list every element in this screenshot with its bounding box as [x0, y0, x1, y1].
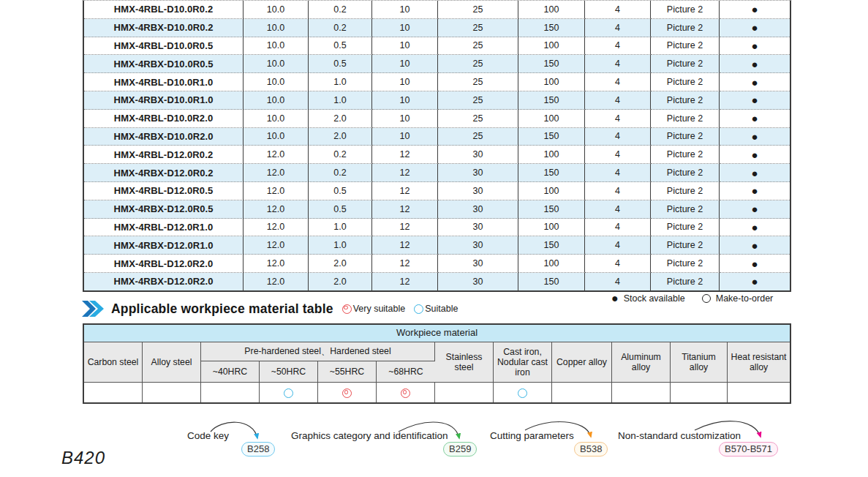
value-cell: 4: [585, 37, 651, 56]
stock-cell: ●: [720, 182, 790, 200]
value-cell: 25: [438, 1, 518, 19]
double-chevron-icon: [82, 301, 104, 317]
table-row: HMX-4RBX-D12.0R1.012.01.012301504Picture…: [84, 236, 790, 255]
value-cell: 4: [585, 110, 651, 128]
value-cell: 10: [372, 73, 438, 91]
value-cell: Picture 2: [651, 164, 720, 182]
model-cell: HMX-4RBL-D10.0R1.0: [84, 73, 244, 91]
stock-cell: ●: [720, 164, 790, 182]
header-stainless-steel: Stainless steel: [435, 342, 494, 383]
table-row: HMX-4RBX-D10.0R2.010.02.010251504Picture…: [84, 128, 790, 146]
suitable-legend: Suitable: [414, 304, 458, 314]
rating-cell: [260, 383, 318, 402]
value-cell: 10: [372, 19, 438, 37]
model-cell: HMX-4RBL-D12.0R0.5: [84, 182, 244, 200]
value-cell: 10.0: [244, 91, 309, 110]
value-cell: 0.5: [309, 55, 372, 73]
very-suitable-legend: Very suitable: [342, 304, 406, 314]
value-cell: Picture 2: [651, 1, 720, 19]
table-row: HMX-4RBL-D10.0R1.010.01.010251004Picture…: [84, 73, 790, 91]
model-cell: HMX-4RBL-D10.0R0.5: [84, 37, 244, 56]
rating-cell: [318, 383, 377, 402]
graphics-category-badge[interactable]: B259: [443, 442, 477, 457]
value-cell: 4: [585, 219, 651, 237]
material-ratings-row: [84, 383, 790, 402]
stock-cell: ●: [720, 255, 790, 273]
value-cell: 10.0: [244, 128, 309, 146]
make-to-order-icon: [702, 294, 711, 303]
value-cell: 25: [438, 55, 518, 73]
cutting-parameters-badge[interactable]: B538: [574, 442, 608, 457]
value-cell: 100: [518, 73, 585, 91]
value-cell: 150: [518, 236, 585, 255]
value-cell: 30: [438, 164, 518, 182]
table-row: HMX-4RBL-D10.0R2.010.02.010251004Picture…: [84, 110, 790, 128]
value-cell: 4: [585, 73, 651, 91]
value-cell: 10.0: [244, 55, 309, 73]
value-cell: Picture 2: [651, 110, 720, 128]
suitability-legend: Very suitable Suitable: [342, 304, 467, 314]
header-50hrc: ~50HRC: [260, 361, 318, 383]
stock-available-label: Stock available: [624, 293, 685, 304]
suitable-icon: [518, 388, 527, 398]
rating-cell: [201, 383, 260, 402]
model-cell: HMX-4RBX-D10.0R2.0: [84, 128, 244, 146]
table-row: HMX-4RBX-D10.0R0.510.00.510251504Picture…: [84, 55, 790, 73]
value-cell: 30: [438, 236, 518, 255]
header-aluminum-alloy: Aluminum alloy: [612, 342, 671, 383]
value-cell: 100: [518, 255, 585, 273]
model-table-body: HMX-4RBL-D10.0R0.210.00.210251004Picture…: [84, 1, 790, 290]
value-cell: 10.0: [244, 73, 309, 91]
value-cell: 12: [372, 146, 438, 164]
value-cell: Picture 2: [651, 200, 720, 219]
value-cell: 1.0: [309, 219, 372, 237]
rating-cell: [728, 383, 790, 402]
rating-cell: [494, 383, 552, 402]
value-cell: 12: [372, 255, 438, 273]
value-cell: Picture 2: [651, 236, 720, 255]
value-cell: Picture 2: [651, 219, 720, 237]
value-cell: 25: [438, 91, 518, 110]
suitable-label: Suitable: [425, 304, 458, 314]
rating-cell: [377, 383, 435, 402]
header-heat-resistant-alloy: Heat resistant alloy: [728, 342, 790, 383]
value-cell: Picture 2: [651, 91, 720, 110]
value-cell: 0.2: [309, 164, 372, 182]
value-cell: 25: [438, 19, 518, 37]
value-cell: 100: [518, 37, 585, 56]
value-cell: 4: [585, 182, 651, 200]
value-cell: 12.0: [244, 146, 309, 164]
very-suitable-icon: [401, 388, 410, 398]
code-key-badge[interactable]: B258: [241, 442, 275, 457]
stock-cell: ●: [720, 236, 790, 255]
value-cell: 30: [438, 182, 518, 200]
value-cell: 150: [518, 200, 585, 219]
value-cell: 100: [518, 110, 585, 128]
value-cell: 10: [372, 128, 438, 146]
very-suitable-icon: [342, 304, 352, 314]
value-cell: 150: [518, 164, 585, 182]
rating-cell: [552, 383, 612, 402]
value-cell: Picture 2: [651, 255, 720, 273]
rating-cell: [143, 383, 201, 402]
non-standard-badge[interactable]: B570-B571: [719, 442, 778, 457]
value-cell: 25: [438, 37, 518, 56]
table-row: HMX-4RBL-D12.0R0.512.00.512301004Picture…: [84, 182, 790, 200]
model-cell: HMX-4RBX-D12.0R0.2: [84, 164, 244, 182]
value-cell: 10.0: [244, 37, 309, 56]
value-cell: 150: [518, 19, 585, 37]
value-cell: 150: [518, 128, 585, 146]
value-cell: 4: [585, 146, 651, 164]
value-cell: 0.5: [309, 182, 372, 200]
value-cell: 12.0: [244, 219, 309, 237]
value-cell: 100: [518, 146, 585, 164]
model-cell: HMX-4RBL-D10.0R0.2: [84, 1, 244, 19]
value-cell: 150: [518, 273, 585, 290]
value-cell: 4: [585, 273, 651, 290]
value-cell: 0.2: [309, 146, 372, 164]
section-header: Applicable workpiece material table Very…: [82, 301, 467, 317]
value-cell: 4: [585, 1, 651, 19]
value-cell: 2.0: [309, 273, 372, 290]
value-cell: 100: [518, 1, 585, 19]
stock-cell: ●: [720, 37, 790, 56]
